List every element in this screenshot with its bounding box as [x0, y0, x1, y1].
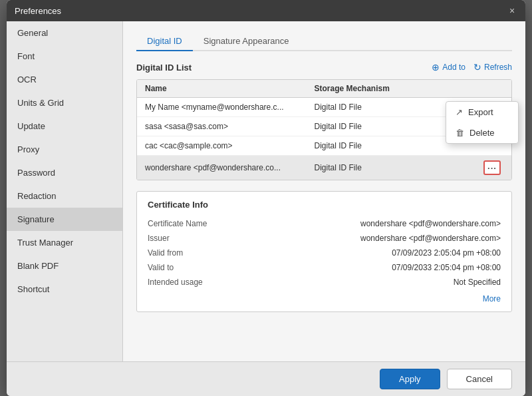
column-actions [483, 84, 503, 93]
cert-value: wondershare <pdf@wondershare.com> [234, 219, 501, 228]
dialog-body: General Font OCR Units & Grid Update Pro… [7, 21, 525, 361]
refresh-label: Refresh [484, 63, 512, 72]
sidebar-item-ocr[interactable]: OCR [7, 68, 122, 91]
row-name: wondershare <pdf@wondershare.co... [145, 163, 315, 172]
sidebar-item-password[interactable]: Password [7, 161, 122, 184]
row-name: sasa <sasa@sas.com> [145, 122, 315, 131]
column-storage: Storage Mechanism [315, 84, 484, 93]
certificate-info-section: Certificate Info Certificate Name wonder… [136, 191, 512, 312]
cert-value: Not Specified [234, 278, 501, 287]
refresh-button[interactable]: ↻ Refresh [473, 62, 512, 73]
export-icon: ↗ [456, 107, 463, 117]
table-header: Name Storage Mechanism [137, 80, 511, 98]
tab-digital-id[interactable]: Digital ID [136, 32, 193, 51]
sidebar: General Font OCR Units & Grid Update Pro… [7, 21, 123, 361]
title-bar: Preferences × [7, 0, 525, 21]
more-button[interactable]: ··· [483, 160, 501, 175]
header-actions: ⊕ Add to ↻ Refresh [432, 62, 512, 73]
certificate-info-title: Certificate Info [148, 200, 501, 210]
sidebar-item-proxy[interactable]: Proxy [7, 138, 122, 161]
cert-row: Valid to 07/09/2033 2:05:04 pm +08:00 [148, 260, 501, 275]
main-content: Digital ID Signature Appearance Digital … [123, 21, 525, 361]
dialog-title: Preferences [15, 6, 61, 16]
add-to-label: Add to [442, 63, 466, 72]
sidebar-item-blank-pdf[interactable]: Blank PDF [7, 254, 122, 278]
sidebar-item-redaction[interactable]: Redaction [7, 184, 122, 208]
row-name: cac <cac@sample.com> [145, 141, 315, 150]
export-label: Export [468, 107, 493, 117]
preferences-dialog: Preferences × General Font OCR Units & G… [7, 0, 525, 396]
row-storage: Digital ID File [315, 163, 484, 172]
cert-label: Intended usage [148, 278, 234, 287]
sidebar-item-font[interactable]: Font [7, 45, 122, 68]
apply-button[interactable]: Apply [380, 369, 440, 389]
row-name: My Name <myname@wondershare.c... [145, 102, 315, 112]
cert-label: Valid from [148, 248, 234, 258]
dropdown-menu: ↗ Export 🗑 Delete [446, 101, 519, 144]
cert-row: Intended usage Not Specified [148, 275, 501, 290]
add-to-button[interactable]: ⊕ Add to [432, 62, 466, 73]
cert-label: Valid to [148, 263, 234, 272]
close-icon[interactable]: × [507, 5, 517, 16]
delete-icon: 🗑 [456, 128, 464, 138]
cert-value: 07/09/2023 2:05:04 pm +08:00 [234, 248, 501, 258]
tab-signature-appearance[interactable]: Signature Appearance [193, 32, 300, 51]
digital-id-list-title: Digital ID List [136, 63, 192, 73]
sidebar-item-update[interactable]: Update [7, 114, 122, 138]
row-more-actions[interactable]: ··· [483, 160, 503, 175]
more-link[interactable]: More [483, 294, 501, 303]
digital-id-list-header: Digital ID List ⊕ Add to ↻ Refresh [136, 62, 512, 73]
sidebar-item-shortcut[interactable]: Shortcut [7, 278, 122, 301]
column-name: Name [145, 84, 315, 93]
cert-row: Certificate Name wondershare <pdf@wonder… [148, 216, 501, 231]
delete-label: Delete [469, 128, 495, 138]
cancel-button[interactable]: Cancel [447, 369, 512, 389]
more-link-container: More [148, 294, 501, 303]
table-row-selected[interactable]: wondershare <pdf@wondershare.co... Digit… [137, 156, 511, 180]
tabs-bar: Digital ID Signature Appearance [136, 32, 512, 51]
cert-row: Issuer wondershare <pdf@wondershare.com> [148, 231, 501, 246]
cert-label: Certificate Name [148, 219, 234, 228]
sidebar-item-general[interactable]: General [7, 21, 122, 45]
cert-label: Issuer [148, 234, 234, 243]
dialog-footer: Apply Cancel [7, 361, 525, 396]
cert-row: Valid from 07/09/2023 2:05:04 pm +08:00 [148, 246, 501, 260]
delete-menu-item[interactable]: 🗑 Delete [446, 122, 518, 143]
refresh-icon: ↻ [473, 62, 481, 73]
cert-value: wondershare <pdf@wondershare.com> [234, 234, 501, 243]
cert-value: 07/09/2033 2:05:04 pm +08:00 [234, 263, 501, 272]
sidebar-item-signature[interactable]: Signature [7, 208, 122, 231]
sidebar-item-units-grid[interactable]: Units & Grid [7, 91, 122, 114]
plus-circle-icon: ⊕ [432, 62, 440, 73]
export-menu-item[interactable]: ↗ Export [446, 102, 518, 122]
sidebar-item-trust-manager[interactable]: Trust Manager [7, 231, 122, 254]
